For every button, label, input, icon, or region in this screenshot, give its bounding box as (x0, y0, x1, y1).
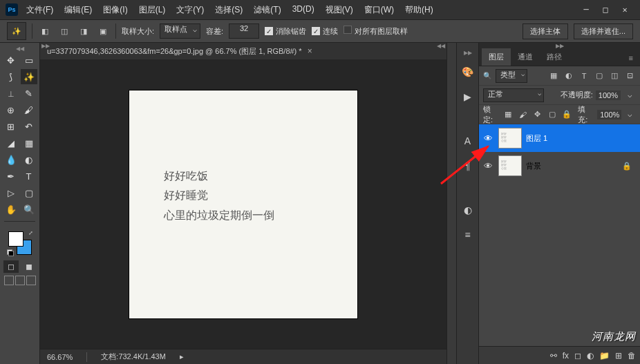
tab-close-icon[interactable]: × (308, 46, 312, 56)
layer-name[interactable]: 图层 1 (526, 133, 547, 144)
menu-select[interactable]: 选择(S) (211, 1, 247, 19)
lasso-tool[interactable]: ⟆ (3, 69, 19, 84)
filter-type-icon[interactable]: T (578, 70, 590, 82)
swap-colors-icon[interactable]: ⤢ (28, 230, 33, 236)
stamp-tool[interactable]: ⊞ (3, 119, 19, 134)
adjustments-panel-icon[interactable]: ◐ (460, 202, 476, 218)
layer-item-1[interactable]: 👁 好好好好心里 图层 1 (479, 124, 640, 152)
adjustment-layer-icon[interactable]: ◐ (587, 351, 594, 361)
opacity-value[interactable]: 100% (596, 90, 621, 100)
antialias-checkbox[interactable]: ✓消除锯齿 (265, 26, 306, 37)
tab-paths[interactable]: 路径 (540, 48, 569, 66)
opacity-chevron-icon[interactable]: ⌵ (623, 89, 636, 102)
color-swatch[interactable]: ⤢ (8, 231, 32, 255)
blur-tool[interactable]: 💧 (3, 152, 19, 167)
layer-filter-select[interactable]: 类型 (496, 69, 527, 83)
subtract-selection-icon[interactable]: ◨ (77, 24, 91, 38)
doc-collapse-left[interactable]: ▶▶ (41, 43, 50, 48)
standard-mode-icon[interactable]: ◻ (3, 260, 19, 273)
zoom-tool[interactable]: 🔍 (21, 202, 37, 217)
menu-image[interactable]: 图像(I) (99, 1, 131, 19)
sample-size-select[interactable]: 取样点 (160, 23, 200, 39)
lock-all-icon[interactable]: 🔒 (561, 108, 572, 121)
new-selection-icon[interactable]: ◧ (38, 24, 52, 38)
select-subject-button[interactable]: 选择主体 (523, 23, 568, 39)
screen-mode-2[interactable] (15, 276, 25, 285)
foreground-color[interactable] (8, 231, 23, 247)
crop-tool[interactable]: ⟂ (3, 86, 19, 101)
visibility-icon[interactable]: 👁 (482, 133, 494, 144)
canvas[interactable]: 好好吃饭 好好睡觉 心里的垃圾定期倒一倒 (129, 90, 357, 318)
maximize-button[interactable]: □ (596, 3, 615, 16)
filter-adjust-icon[interactable]: ◐ (563, 70, 575, 82)
menu-view[interactable]: 视图(V) (321, 1, 357, 19)
fill-chevron-icon[interactable]: ⌵ (624, 108, 636, 121)
menu-help[interactable]: 帮助(H) (401, 1, 437, 19)
all-layers-checkbox[interactable]: 对所有图层取样 (343, 26, 408, 37)
close-button[interactable]: ✕ (615, 3, 634, 16)
filter-smart-icon[interactable]: ◫ (608, 70, 621, 82)
tab-layers[interactable]: 图层 (482, 48, 511, 66)
screen-mode-1[interactable] (4, 276, 14, 285)
group-icon[interactable]: 📁 (599, 351, 610, 361)
paragraph-panel-icon[interactable]: ¶ (460, 157, 476, 174)
menu-filter[interactable]: 滤镜(T) (250, 1, 285, 19)
type-tool[interactable]: T (21, 169, 37, 184)
menu-edit[interactable]: 编辑(E) (60, 1, 96, 19)
link-layers-icon[interactable]: ⚯ (550, 351, 557, 361)
current-tool-icon[interactable]: ✨ (7, 22, 26, 40)
blend-mode-select[interactable]: 正常 (483, 88, 544, 102)
menu-file[interactable]: 文件(F) (22, 1, 57, 19)
healing-tool[interactable]: ⊕ (3, 102, 19, 117)
fill-value[interactable]: 100% (597, 110, 621, 119)
layer-mask-icon[interactable]: ◻ (574, 351, 581, 361)
history-brush-tool[interactable]: ↶ (21, 119, 37, 134)
pen-tool[interactable]: ✒ (3, 169, 19, 184)
menu-3d[interactable]: 3D(D) (288, 1, 319, 19)
eraser-tool[interactable]: ◢ (3, 135, 19, 151)
delete-layer-icon[interactable]: 🗑 (628, 351, 636, 361)
minimize-button[interactable]: ─ (576, 3, 596, 16)
marquee-tool[interactable]: ▭ (21, 52, 37, 68)
default-colors-icon[interactable] (7, 249, 14, 256)
layer-name[interactable]: 背景 (526, 161, 541, 171)
character-panel-icon[interactable]: A (460, 133, 476, 149)
tolerance-input[interactable]: 32 (229, 23, 259, 39)
lock-image-icon[interactable]: 🖌 (517, 108, 529, 121)
toolbox-collapse[interactable]: ◀◀ (0, 46, 39, 51)
visibility-icon[interactable]: 👁 (482, 161, 494, 171)
tab-channels[interactable]: 通道 (511, 48, 540, 66)
gradient-tool[interactable]: ▦ (21, 135, 37, 151)
panel-menu-icon[interactable]: ≡ (622, 50, 640, 66)
lock-transparent-icon[interactable]: ▦ (502, 108, 514, 121)
contiguous-checkbox[interactable]: ✓连续 (312, 26, 338, 37)
add-selection-icon[interactable]: ◫ (57, 24, 71, 38)
menu-window[interactable]: 窗口(W) (360, 1, 398, 19)
eyedropper-tool[interactable]: ✎ (21, 86, 37, 101)
menu-type[interactable]: 文字(Y) (172, 1, 208, 19)
new-layer-icon[interactable]: ⊞ (615, 351, 622, 361)
layer-thumbnail[interactable]: 好好好好心里 (498, 155, 522, 176)
filter-toggle-icon[interactable]: ⊡ (623, 70, 636, 82)
intersect-selection-icon[interactable]: ▣ (96, 24, 110, 38)
layer-thumbnail[interactable]: 好好好好心里 (498, 128, 522, 149)
filter-pixel-icon[interactable]: ▦ (547, 70, 560, 82)
menu-layer[interactable]: 图层(L) (135, 1, 170, 19)
screen-mode-3[interactable] (26, 276, 36, 285)
move-tool[interactable]: ✥ (3, 52, 19, 68)
path-select-tool[interactable]: ▷ (3, 185, 19, 200)
canvas-viewport[interactable]: 好好吃饭 好好睡觉 心里的垃圾定期倒一倒 (40, 59, 446, 349)
quickmask-mode-icon[interactable]: ◼ (21, 260, 37, 273)
lock-icon[interactable]: 🔒 (622, 162, 632, 171)
brush-tool[interactable]: 🖌 (21, 102, 37, 117)
document-tab[interactable]: ▶▶ u=3377079346,3626360063&fm=26&gp=0.jp… (40, 43, 446, 59)
zoom-level[interactable]: 66.67% (47, 353, 73, 361)
styles-panel-icon[interactable]: ≡ (460, 227, 476, 243)
lock-position-icon[interactable]: ✥ (531, 108, 543, 121)
layer-item-background[interactable]: 👁 好好好好心里 背景 🔒 (479, 152, 640, 180)
history-panel-icon[interactable]: ▶ (460, 88, 476, 105)
panel-collapse[interactable]: ▶▶ (479, 43, 640, 48)
magic-wand-tool[interactable]: ✨ (21, 69, 37, 84)
dock-collapse[interactable]: ▶▶ (464, 50, 472, 55)
layer-style-icon[interactable]: fx (563, 351, 569, 361)
